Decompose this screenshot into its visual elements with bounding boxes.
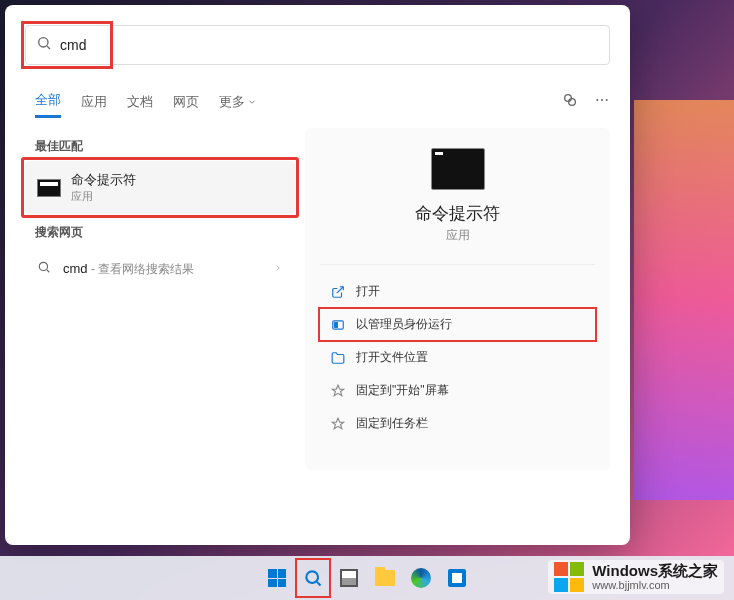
cmd-app-icon <box>37 179 61 197</box>
best-match-result[interactable]: 命令提示符 应用 <box>25 161 295 214</box>
pin-icon <box>330 416 346 432</box>
chevron-down-icon <box>247 97 257 107</box>
edge-browser-button[interactable] <box>407 564 435 592</box>
svg-point-12 <box>306 571 318 583</box>
svg-point-5 <box>601 99 603 101</box>
search-icon <box>36 35 52 55</box>
svg-point-4 <box>596 99 598 101</box>
tab-apps[interactable]: 应用 <box>81 87 107 117</box>
search-input[interactable] <box>60 37 599 53</box>
cmd-app-icon-large <box>431 148 485 190</box>
taskbar-search-button[interactable] <box>299 564 327 592</box>
chevron-right-icon <box>273 262 283 276</box>
web-search-result[interactable]: cmd - 查看网络搜索结果 <box>25 247 295 290</box>
highlight-annotation <box>21 157 299 218</box>
windows-logo-icon <box>268 569 286 587</box>
microsoft-store-button[interactable] <box>443 564 471 592</box>
svg-line-13 <box>317 582 321 586</box>
svg-line-8 <box>47 269 50 272</box>
filter-tabs: 全部 应用 文档 网页 更多 <box>5 75 630 118</box>
edge-icon <box>411 568 431 588</box>
tab-all[interactable]: 全部 <box>35 85 61 118</box>
action-label: 以管理员身份运行 <box>356 316 452 333</box>
search-bar[interactable] <box>25 25 610 65</box>
pin-icon <box>330 383 346 399</box>
detail-subtitle: 应用 <box>446 227 470 244</box>
svg-line-1 <box>47 46 50 49</box>
watermark-title: Windows系统之家 <box>592 563 718 580</box>
shield-icon <box>330 317 346 333</box>
windows-color-logo-icon <box>554 562 584 592</box>
svg-line-9 <box>337 286 343 292</box>
svg-point-6 <box>606 99 608 101</box>
action-pin-to-taskbar[interactable]: 固定到任务栏 <box>320 407 595 440</box>
tab-documents[interactable]: 文档 <box>127 87 153 117</box>
folder-icon <box>375 570 395 586</box>
result-subtitle: 应用 <box>71 189 136 204</box>
action-pin-to-start[interactable]: 固定到"开始"屏幕 <box>320 374 595 407</box>
task-view-button[interactable] <box>335 564 363 592</box>
watermark: Windows系统之家 www.bjjmlv.com <box>548 560 724 594</box>
folder-icon <box>330 350 346 366</box>
svg-point-3 <box>569 98 576 105</box>
search-web-heading: 搜索网页 <box>35 224 285 241</box>
file-explorer-button[interactable] <box>371 564 399 592</box>
action-label: 打开 <box>356 283 380 300</box>
watermark-url: www.bjjmlv.com <box>592 579 718 591</box>
svg-point-2 <box>565 94 572 101</box>
detail-title: 命令提示符 <box>415 202 500 225</box>
svg-point-0 <box>39 38 48 47</box>
web-result-title: cmd <box>63 261 88 276</box>
feedback-icon[interactable] <box>562 92 578 112</box>
web-result-subtitle: - 查看网络搜索结果 <box>88 262 195 276</box>
search-icon <box>37 260 51 278</box>
tab-more[interactable]: 更多 <box>219 87 257 117</box>
action-label: 打开文件位置 <box>356 349 428 366</box>
action-label: 固定到"开始"屏幕 <box>356 382 449 399</box>
more-options-icon[interactable] <box>594 92 610 112</box>
best-match-heading: 最佳匹配 <box>35 138 285 155</box>
detail-pane: 命令提示符 应用 打开 以管理员身份运行 <box>305 128 610 470</box>
svg-rect-11 <box>335 322 338 327</box>
start-button[interactable] <box>263 564 291 592</box>
action-run-as-admin[interactable]: 以管理员身份运行 <box>320 308 595 341</box>
svg-point-7 <box>39 262 47 270</box>
task-view-icon <box>340 569 358 587</box>
open-icon <box>330 284 346 300</box>
action-open[interactable]: 打开 <box>320 275 595 308</box>
action-open-file-location[interactable]: 打开文件位置 <box>320 341 595 374</box>
tab-web[interactable]: 网页 <box>173 87 199 117</box>
store-icon <box>448 569 466 587</box>
action-label: 固定到任务栏 <box>356 415 428 432</box>
search-results-panel: 全部 应用 文档 网页 更多 最佳匹配 命令提示符 应用 <box>5 5 630 545</box>
result-title: 命令提示符 <box>71 171 136 189</box>
